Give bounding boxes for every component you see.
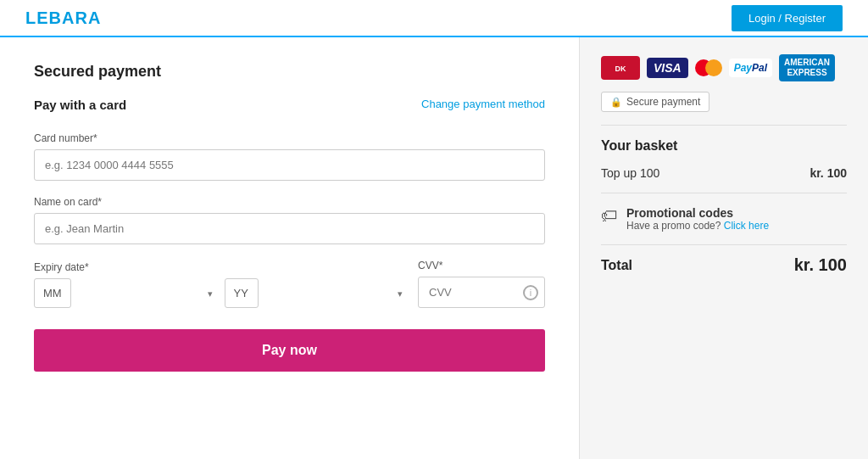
divider-1: [601, 125, 847, 126]
payment-logos: DK VISA PayPal AMERICANEXPRESS: [601, 54, 847, 81]
cvv-info-icon[interactable]: i: [523, 285, 538, 300]
subsection-title: Pay with a card: [34, 98, 126, 112]
divider-2: [601, 193, 847, 193]
promo-link[interactable]: Click here: [724, 220, 769, 232]
paypal-logo: PayPal: [729, 59, 772, 77]
expiry-month-select[interactable]: MM 010203 040506 070809 101112: [34, 278, 71, 308]
section-title: Secured payment: [34, 63, 545, 81]
total-price: kr. 100: [794, 255, 847, 275]
card-number-label: Card number*: [34, 132, 545, 144]
expiry-group: Expiry date* MM 010203 040506 070809 101…: [34, 261, 409, 308]
name-on-card-label: Name on card*: [34, 196, 545, 208]
left-panel: Secured payment Change payment method Pa…: [0, 37, 580, 459]
amex-logo: AMERICANEXPRESS: [779, 54, 835, 81]
card-number-input[interactable]: [34, 149, 545, 181]
promo-sub: Have a promo code? Click here: [626, 220, 769, 232]
mastercard-logo: [695, 59, 722, 76]
basket-title: Your basket: [601, 138, 847, 154]
cvv-group: CVV* i: [418, 260, 545, 308]
svg-text:DK: DK: [615, 64, 626, 73]
cvv-label: CVV*: [418, 260, 545, 271]
lock-icon: 🔒: [610, 97, 622, 108]
login-register-button[interactable]: Login / Register: [732, 5, 843, 31]
topup-label: Top up 100: [601, 166, 659, 180]
total-label: Total: [601, 258, 632, 273]
subsection-header: Change payment method Pay with a card: [34, 98, 545, 112]
year-select-wrapper: YY 242526 272829 30: [225, 278, 410, 308]
basket-item-row: Top up 100 kr. 100: [601, 166, 847, 180]
promo-section: 🏷 Promotional codes Have a promo code? C…: [601, 206, 847, 232]
secure-badge: 🔒 Secure payment: [601, 92, 709, 112]
total-row: Total kr. 100: [601, 244, 847, 275]
card-number-group: Card number*: [34, 132, 545, 181]
visa-logo: VISA: [647, 58, 688, 78]
expiry-selects: MM 010203 040506 070809 101112 YY 242526…: [34, 278, 409, 308]
tag-icon: 🏷: [601, 206, 618, 226]
right-panel: DK VISA PayPal AMERICANEXPRESS 🔒 Secure …: [580, 37, 868, 459]
name-on-card-input[interactable]: [34, 213, 545, 244]
month-select-wrapper: MM 010203 040506 070809 101112: [34, 278, 220, 308]
promo-content: Promotional codes Have a promo code? Cli…: [626, 206, 769, 232]
expiry-label: Expiry date*: [34, 261, 409, 273]
logo: LEBARA: [25, 8, 101, 28]
dankort-logo: DK: [601, 56, 640, 80]
pay-now-button[interactable]: Pay now: [34, 329, 545, 372]
expiry-year-select[interactable]: YY 242526 272829 30: [225, 278, 259, 308]
expiry-cvv-row: Expiry date* MM 010203 040506 070809 101…: [34, 260, 545, 308]
promo-title: Promotional codes: [626, 206, 769, 220]
header: LEBARA Login / Register: [0, 0, 868, 37]
cvv-wrapper: i: [418, 277, 545, 308]
main-container: Secured payment Change payment method Pa…: [0, 37, 868, 459]
topup-price: kr. 100: [810, 166, 847, 180]
name-on-card-group: Name on card*: [34, 196, 545, 244]
secure-badge-label: Secure payment: [626, 96, 700, 108]
change-payment-method-link[interactable]: Change payment method: [421, 98, 545, 110]
